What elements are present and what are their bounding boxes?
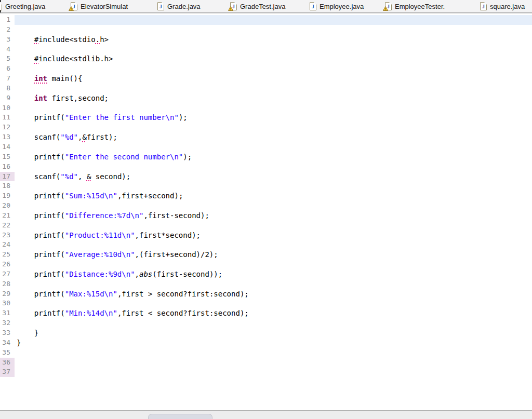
code-line[interactable]: 12 [0,123,532,132]
code-segment: printf( [17,270,65,278]
code-segment: ); [183,153,192,161]
code-line-text [15,367,532,377]
line-number: 25 [0,250,15,260]
line-number: 6 [0,64,15,74]
code-segment: include<stdio [38,35,96,44]
code-line[interactable]: 9 int first,second; [0,93,532,103]
code-line[interactable]: 15 printf("Enter the second number\n"); [0,152,532,162]
code-line-text [15,221,532,231]
java-file-icon: J [230,2,237,10]
java-file-icon: J [310,2,316,10]
line-number: 26 [0,260,15,269]
tab-grade-java[interactable]: JGrade.java [157,0,201,12]
warning-overlay-icon [69,6,74,11]
code-line-text [15,240,532,250]
tab-employeetester[interactable]: JEmployeeTester. [385,0,445,12]
code-line[interactable]: 8 [0,84,532,93]
code-line[interactable]: 5 #include<stdlib.h> [0,54,532,64]
code-segment: (first-second)); [152,270,222,278]
tab-elevatorsimulat[interactable]: JElevatorSimulat [71,0,128,12]
code-segment: scanf( [17,133,60,141]
code-line[interactable]: 13 scanf("%d",&first); [0,132,532,142]
code-line-text: printf("Enter the second number\n"); [15,152,532,162]
code-line[interactable]: 16 [0,162,532,172]
code-line[interactable]: 14 [0,142,532,152]
tab-label: Grade.java [167,3,201,10]
line-number: 24 [0,240,15,250]
java-file-icon: J [385,2,392,10]
code-segment: include<stdlib.h> [38,55,113,63]
code-line-text: printf("Min:%14d\n",first < second?first… [15,308,532,318]
code-line[interactable]: 4 [0,45,532,55]
code-line-text: printf("Enter the first number\n"); [15,113,532,123]
code-segment: "%d" [60,133,78,141]
line-number: 19 [0,191,15,201]
tab-employee-java[interactable]: JEmployee.java [310,0,364,12]
line-number: 20 [0,201,15,211]
code-segment: printf( [17,290,65,298]
folded-corner [314,2,316,5]
code-line[interactable]: 19 printf("Sum:%15d\n",first+second); [0,191,532,201]
code-segment: } [17,339,21,347]
line-number: 7 [0,74,15,84]
code-line[interactable]: 30 [0,299,532,308]
code-line[interactable]: 29 printf("Max:%15d\n",first > second?fi… [0,289,532,299]
tab-label: EmployeeTester. [395,3,445,10]
code-line[interactable]: 28 [0,279,532,289]
code-line[interactable]: 1 [0,15,532,25]
code-line[interactable]: 26 [0,260,532,269]
code-line[interactable]: 7 int main(){ [0,74,532,84]
line-number: 27 [0,269,15,279]
code-line-text [15,279,532,289]
code-segment: ,first < second?first:second); [117,309,249,317]
code-line[interactable]: 36 [0,358,532,368]
code-line[interactable]: 24 [0,240,532,250]
code-line[interactable]: 3 #include<stdio.h> [0,35,532,45]
code-line[interactable]: 37 [0,367,532,377]
code-line[interactable]: 20 [0,201,532,211]
code-line[interactable]: 34} [0,338,532,348]
code-line[interactable]: 18 [0,181,532,191]
code-line[interactable]: 22 [0,221,532,231]
horizontal-scrollbar-track [0,410,532,419]
code-segment: ,(first+second)/2); [135,250,218,259]
code-line[interactable]: 32 [0,318,532,328]
code-segment: # [34,55,38,63]
code-line[interactable]: 27 printf("Distance:%9d\n",abs(first-sec… [0,269,532,279]
code-line[interactable]: 21 printf("Difference:%7d\n",first-secon… [0,211,532,221]
code-line[interactable]: 25 printf("Average:%10d\n",(first+second… [0,250,532,260]
tab-gradetest-java[interactable]: JGradeTest.java [230,0,285,12]
code-line-text: printf("Distance:%9d\n",abs(first-second… [15,269,532,279]
code-line[interactable]: 11 printf("Enter the first number\n"); [0,113,532,123]
code-segment: # [34,35,38,44]
code-line[interactable]: 17 scanf("%d", & second); [0,172,532,182]
line-number: 23 [0,231,15,240]
code-segment: printf( [17,231,65,239]
code-line[interactable]: 10 [0,103,532,113]
code-segment: "Max:%15d\n" [65,290,117,298]
line-number: 3 [0,35,15,45]
code-segment: first,second; [47,94,109,102]
code-segment: printf( [17,192,65,200]
code-line[interactable]: 35 [0,348,532,358]
code-segment: "Enter the first number\n" [65,113,179,121]
code-editor[interactable]: 123 #include<stdio.h>45 #include<stdlib.… [0,13,532,410]
code-line-text: #include<stdio.h> [15,35,532,45]
code-segment: "Min:%14d\n" [65,309,117,317]
tab-greeting-java[interactable]: JGreeting.java [0,0,45,12]
code-line[interactable]: 6 [0,64,532,74]
code-line-text: scanf("%d", & second); [15,172,532,182]
line-number: 1 [0,15,15,25]
code-segment: scanf( [17,172,60,181]
scrollbar-thumb[interactable] [148,414,212,419]
warning-overlay-icon [383,6,388,11]
code-line[interactable]: 23 printf("Product:%11d\n",first*second)… [0,231,532,240]
code-line[interactable]: 2 [0,25,532,35]
code-line-text [15,181,532,191]
line-number: 10 [0,103,15,113]
code-line-text [15,103,532,113]
code-line[interactable]: 33 } [0,328,532,338]
folded-corner [162,2,164,5]
tab-square-java[interactable]: Jsquare.java [480,0,525,12]
code-line[interactable]: 31 printf("Min:%14d\n",first < second?fi… [0,308,532,318]
